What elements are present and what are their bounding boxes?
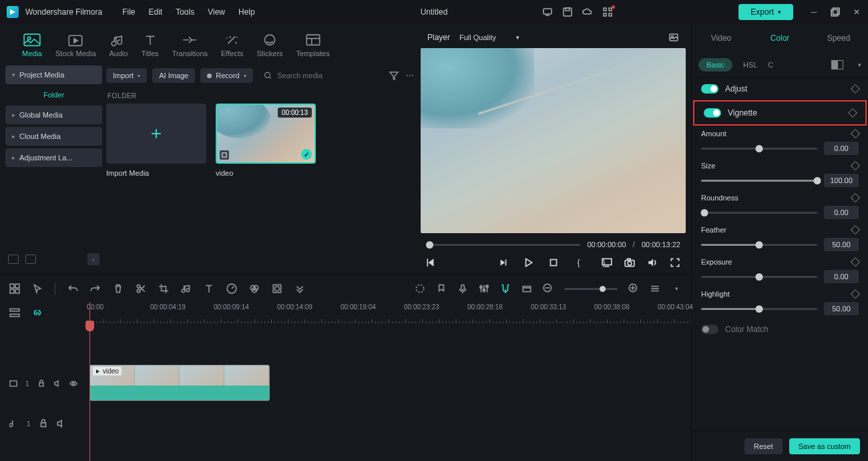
keyframe-icon[interactable]: [851, 129, 860, 138]
volume-icon[interactable]: [647, 257, 658, 268]
tl-speed-icon[interactable]: [226, 283, 237, 294]
clip-thumbnail-video[interactable]: 00:00:13 ✓: [216, 104, 316, 164]
stop-button[interactable]: [548, 257, 559, 268]
tl-auto-icon[interactable]: [415, 283, 425, 294]
subtab-basic[interactable]: Basic: [698, 58, 732, 71]
minimize-button[interactable]: ─: [809, 7, 819, 17]
slider-track[interactable]: [701, 212, 817, 214]
camera-icon[interactable]: [624, 257, 635, 268]
mute-icon[interactable]: [53, 379, 61, 388]
more-icon[interactable]: ⋯: [405, 70, 415, 81]
keyframe-icon[interactable]: [848, 108, 857, 118]
tl-delete-icon[interactable]: [113, 283, 124, 294]
reset-button[interactable]: Reset: [744, 438, 783, 454]
adjust-toggle[interactable]: [701, 84, 718, 94]
inspector-tab-speed[interactable]: Speed: [809, 25, 868, 51]
color-match-toggle[interactable]: [701, 325, 718, 334]
tab-media[interactable]: Media: [15, 29, 49, 61]
keyframe-icon[interactable]: [851, 257, 860, 267]
tl-marker-icon[interactable]: [436, 283, 447, 294]
tl-mixer-icon[interactable]: [479, 283, 489, 294]
tl-more-icon[interactable]: [294, 283, 305, 294]
import-media-tile[interactable]: +: [106, 104, 206, 164]
menu-edit[interactable]: Edit: [149, 7, 163, 17]
tl-zoom-in-icon[interactable]: [628, 283, 639, 294]
prev-frame-button[interactable]: [426, 257, 437, 268]
tl-zoom-out-icon[interactable]: [543, 283, 554, 294]
sidebar-cloud-media[interactable]: ▸ Cloud Media: [5, 127, 102, 146]
subtab-curves[interactable]: C: [768, 61, 773, 69]
compare-view-button[interactable]: [831, 60, 843, 69]
search-field[interactable]: [258, 71, 383, 80]
tl-zoom-slider[interactable]: [564, 288, 618, 290]
slider-value[interactable]: 100.00: [824, 174, 859, 187]
timeline-ruler[interactable]: 00:0000:00:04:1900:00:09:1400:00:14:0900…: [87, 302, 691, 323]
record-button[interactable]: Record▾: [200, 68, 252, 83]
slider-track[interactable]: [701, 276, 817, 278]
tab-stickers[interactable]: Stickers: [250, 29, 289, 61]
search-input[interactable]: [276, 71, 383, 80]
keyframe-icon[interactable]: [851, 161, 860, 170]
display-icon[interactable]: [602, 257, 612, 268]
tl-undo-icon[interactable]: [67, 283, 78, 294]
subtab-hsl[interactable]: HSL: [743, 61, 757, 69]
inspector-tab-video[interactable]: Video: [692, 25, 750, 51]
collapse-sidebar-button[interactable]: ‹: [87, 253, 99, 265]
menu-view[interactable]: View: [208, 7, 225, 17]
vignette-toggle[interactable]: [704, 108, 721, 118]
tl-layout-icon[interactable]: [9, 283, 20, 294]
timeline-clip-video[interactable]: video: [89, 365, 270, 401]
tab-templates[interactable]: Templates: [290, 29, 337, 61]
tl-split-icon[interactable]: [136, 283, 146, 294]
tl-magnet-icon[interactable]: [500, 283, 511, 294]
save-icon[interactable]: [562, 7, 573, 17]
slider-value[interactable]: 0.00: [824, 270, 859, 283]
keyframe-icon[interactable]: [851, 289, 860, 299]
tl-music-icon[interactable]: [181, 283, 192, 294]
new-folder-icon[interactable]: [8, 255, 19, 264]
new-bin-icon[interactable]: [25, 255, 36, 264]
step-back-button[interactable]: [497, 257, 508, 268]
keyframe-icon[interactable]: [851, 193, 860, 202]
tab-stock-media[interactable]: Stock Media: [49, 29, 103, 61]
tl-viewopts-icon[interactable]: [650, 283, 660, 294]
play-button[interactable]: [523, 257, 533, 268]
slider-value[interactable]: 0.00: [824, 206, 859, 219]
sidebar-project-media[interactable]: ▾ Project Media: [5, 65, 102, 84]
tl-tracks-icon[interactable]: [9, 307, 20, 318]
slider-value[interactable]: 50.00: [824, 238, 859, 251]
chevron-down-icon[interactable]: ▾: [671, 283, 682, 294]
tl-text-icon[interactable]: [204, 283, 214, 294]
slider-track[interactable]: [701, 244, 817, 246]
menu-file[interactable]: File: [122, 7, 135, 17]
slider-value[interactable]: 50.00: [824, 302, 859, 315]
close-button[interactable]: ✕: [852, 7, 861, 17]
device-icon[interactable]: [542, 7, 553, 17]
maximize-button[interactable]: [831, 7, 840, 17]
tl-link-icon[interactable]: [32, 307, 43, 318]
eye-icon[interactable]: [69, 379, 77, 388]
sidebar-folder[interactable]: Folder: [5, 87, 102, 103]
cloud-icon[interactable]: [582, 7, 593, 17]
slider-value[interactable]: 0.00: [824, 142, 859, 155]
slider-track[interactable]: [701, 180, 817, 182]
slider-track[interactable]: [701, 148, 817, 150]
tab-titles[interactable]: Titles: [135, 29, 166, 61]
sidebar-adjustment-layer[interactable]: ▸ Adjustment La...: [5, 148, 102, 167]
keyframe-icon[interactable]: [851, 225, 860, 235]
save-custom-button[interactable]: Save as custom: [789, 438, 860, 454]
playhead[interactable]: [89, 302, 90, 461]
mark-in-button[interactable]: {: [574, 257, 584, 268]
mute-icon[interactable]: [56, 419, 65, 428]
tab-audio[interactable]: Audio: [103, 29, 135, 61]
fullscreen-icon[interactable]: [670, 257, 680, 268]
player-scrubber[interactable]: [426, 244, 580, 246]
keyframe-icon[interactable]: [851, 84, 860, 94]
tl-render-icon[interactable]: [521, 283, 532, 294]
apps-icon[interactable]: [602, 7, 613, 17]
tl-cursor-icon[interactable]: [32, 283, 43, 294]
tab-effects[interactable]: Effects: [214, 29, 250, 61]
sidebar-global-media[interactable]: ▸ Global Media: [5, 106, 102, 124]
tl-redo-icon[interactable]: [90, 283, 101, 294]
tl-crop-icon[interactable]: [158, 283, 169, 294]
